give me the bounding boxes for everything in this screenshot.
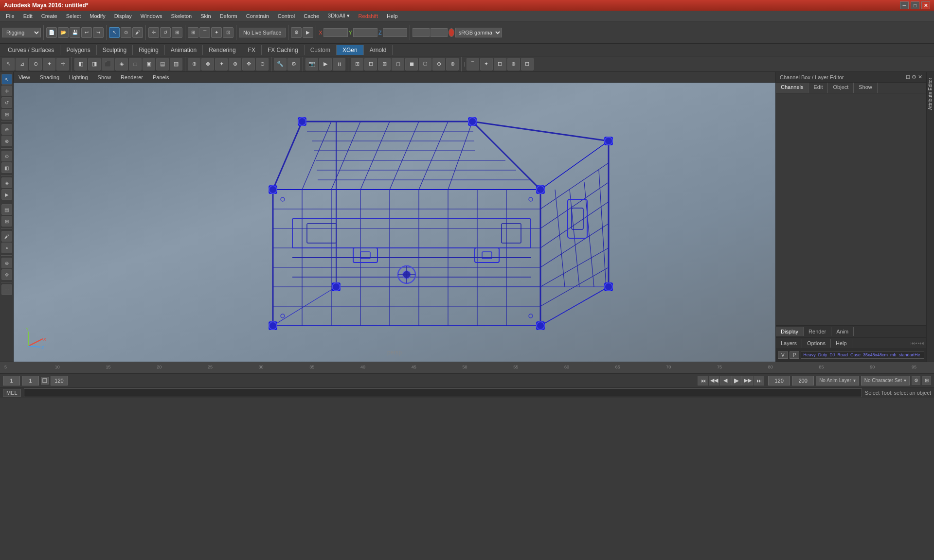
icon-render-5[interactable]: □ <box>129 58 142 70</box>
move-tool-button[interactable]: ✛ <box>148 27 159 38</box>
icon-render-7[interactable]: ▤ <box>156 58 169 70</box>
tab-object[interactable]: Object <box>828 83 854 93</box>
icon-deform-4[interactable]: ⊛ <box>229 58 241 70</box>
icon-uv-2[interactable]: ⊟ <box>364 58 377 70</box>
viewport-lighting-menu[interactable]: Lighting <box>67 73 90 81</box>
step-back-button[interactable]: ◀◀ <box>709 376 719 385</box>
tab-anim[interactable]: Anim <box>831 327 854 336</box>
tab-render[interactable]: Render <box>804 327 831 336</box>
icon-tool-3[interactable]: ⊙ <box>29 58 42 70</box>
icon-deform-3[interactable]: ✦ <box>215 58 228 70</box>
viewport-shading-menu[interactable]: Shading <box>38 73 61 81</box>
module-fx[interactable]: FX <box>242 45 262 55</box>
x-coord-input[interactable] <box>323 28 348 37</box>
misc-left-3[interactable]: ⋯ <box>1 284 12 295</box>
playback-toggle[interactable]: P <box>790 351 800 359</box>
menu-file[interactable]: File <box>2 12 18 20</box>
gamma-value1-input[interactable]: 0.00 <box>413 28 430 37</box>
script-type-selector[interactable]: MEL <box>3 389 21 397</box>
viewport-show-menu[interactable]: Show <box>96 73 113 81</box>
menu-3dtool[interactable]: 3DtoAll ▾ <box>324 12 354 20</box>
module-rigging[interactable]: Rigging <box>133 45 165 55</box>
grid-btn-left[interactable]: ▤ <box>1 204 12 215</box>
menu-modify[interactable]: Modify <box>86 12 109 20</box>
panel-close-icon[interactable]: ✕ <box>918 74 922 80</box>
sculpt-left[interactable]: ⚬ <box>1 243 12 253</box>
snap-grid-button[interactable]: ⊞ <box>188 27 198 38</box>
menu-skeleton[interactable]: Skeleton <box>167 12 196 20</box>
workspace-dropdown[interactable]: Rigging <box>2 28 41 37</box>
icon-misc-2[interactable]: ⚙ <box>287 58 300 70</box>
icon-play2[interactable]: ⏸ <box>333 58 345 70</box>
gamma-value2-input[interactable]: 1.00 <box>431 28 448 37</box>
anim-layer-dropdown[interactable]: No Anim Layer ▾ <box>816 376 859 385</box>
lasso-tool-button[interactable]: ⊙ <box>121 27 131 38</box>
icon-render-1[interactable]: ◧ <box>74 58 87 70</box>
save-file-button[interactable]: 💾 <box>70 27 80 38</box>
menu-deform[interactable]: Deform <box>216 12 241 20</box>
icon-snap-curve[interactable]: ⌒ <box>467 58 479 70</box>
icon-display-1[interactable]: ◻ <box>392 58 404 70</box>
icon-render-3[interactable]: ⬛ <box>102 58 114 70</box>
playback-end2-input[interactable] <box>792 376 814 385</box>
menu-help[interactable]: Help <box>383 12 402 20</box>
new-file-button[interactable]: 📄 <box>46 27 57 38</box>
scale-tool-left[interactable]: ⊞ <box>1 109 12 120</box>
go-to-start-button[interactable]: ⏮ <box>698 376 708 385</box>
redo-button[interactable]: ↪ <box>93 27 104 38</box>
restore-button[interactable]: □ <box>911 1 919 9</box>
joint-tool-left[interactable]: ⊕ <box>1 124 12 135</box>
icon-display-2[interactable]: ◼ <box>405 58 418 70</box>
menu-control[interactable]: Control <box>274 12 299 20</box>
tab-display[interactable]: Display <box>776 327 804 336</box>
scale-tool-button[interactable]: ⊞ <box>172 27 182 38</box>
display-mode-left[interactable]: ⊙ <box>1 151 12 161</box>
render-settings-button[interactable]: ⚙ <box>291 27 302 38</box>
playback-end-input[interactable] <box>768 376 790 385</box>
icon-playblast[interactable]: ▶ <box>319 58 332 70</box>
icon-tool-2[interactable]: ⊿ <box>16 58 28 70</box>
icon-display-3[interactable]: ⬡ <box>419 58 431 70</box>
icon-render-2[interactable]: ◨ <box>88 58 101 70</box>
uv-btn-left[interactable]: ⊞ <box>1 216 12 227</box>
module-fx-caching[interactable]: FX Caching <box>262 45 305 55</box>
char-set-dropdown[interactable]: No Character Set ▾ <box>861 376 910 385</box>
char-set-icon[interactable]: ⚙ <box>912 376 920 385</box>
play-forward-button[interactable]: ▶ <box>731 376 742 385</box>
menu-windows[interactable]: Windows <box>137 12 166 20</box>
module-animation[interactable]: Animation <box>165 45 203 55</box>
icon-display-4[interactable]: ⊕ <box>432 58 445 70</box>
render-mode-left[interactable]: ◈ <box>1 177 12 188</box>
icon-snap-live[interactable]: ⊛ <box>507 58 520 70</box>
icon-render-6[interactable]: ▣ <box>143 58 155 70</box>
icon-deform-6[interactable]: ⊝ <box>256 58 269 70</box>
icon-render-cam[interactable]: 📷 <box>305 58 318 70</box>
end-frame-input[interactable] <box>51 376 68 385</box>
misc-left-1[interactable]: ⊛ <box>1 258 12 268</box>
module-curves-surfaces[interactable]: Curves / Surfaces <box>2 45 60 55</box>
start-frame-input[interactable] <box>3 376 20 385</box>
y-coord-input[interactable] <box>353 28 377 37</box>
icon-snap-grid[interactable]: ⊟ <box>521 58 534 70</box>
menu-edit[interactable]: Edit <box>19 12 36 20</box>
menu-create[interactable]: Create <box>37 12 61 20</box>
icon-snap-pt[interactable]: ✦ <box>480 58 493 70</box>
anim-mode-left[interactable]: ▶ <box>1 189 12 200</box>
module-sculpting[interactable]: Sculpting <box>97 45 133 55</box>
tab-options[interactable]: Options <box>802 339 831 348</box>
play-back-button[interactable]: ◀ <box>720 376 731 385</box>
render-button[interactable]: ▶ <box>303 27 313 38</box>
select-tool-left[interactable]: ↖ <box>1 74 12 85</box>
icon-misc-1[interactable]: 🔧 <box>274 58 287 70</box>
icon-uv-3[interactable]: ⊠ <box>378 58 391 70</box>
tab-edit[interactable]: Edit <box>808 83 828 93</box>
module-rendering[interactable]: Rendering <box>203 45 242 55</box>
menu-select[interactable]: Select <box>62 12 85 20</box>
misc-left-2[interactable]: ✥ <box>1 269 12 280</box>
minimize-button[interactable]: ─ <box>900 1 909 9</box>
go-to-end-button[interactable]: ⏭ <box>754 376 764 385</box>
icon-uv-1[interactable]: ⊞ <box>351 58 363 70</box>
viewport-view-menu[interactable]: View <box>17 73 32 81</box>
icon-deform-5[interactable]: ✥ <box>242 58 255 70</box>
select-tool-button[interactable]: ↖ <box>109 27 120 38</box>
